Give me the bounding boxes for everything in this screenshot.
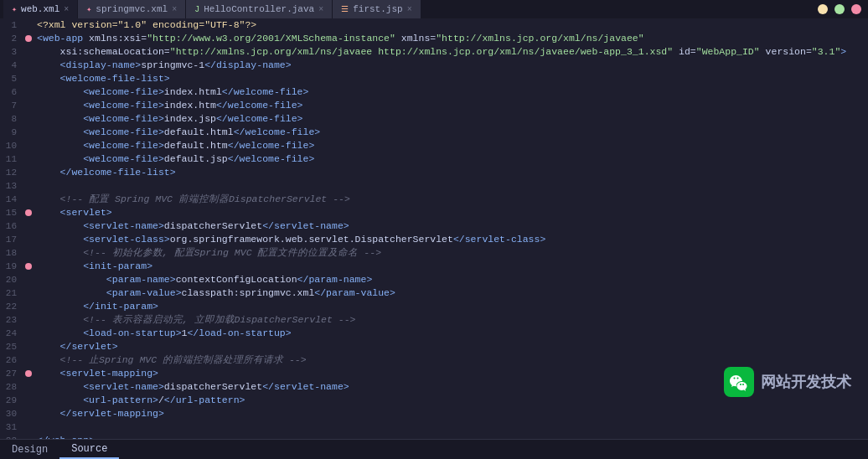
- gutter-11: [23, 152, 34, 166]
- code-line-wrapper-11: <welcome-file>default.jsp</welcome-file>: [23, 152, 868, 166]
- code-line-wrapper-6: <welcome-file>index.html</welcome-file>: [23, 85, 868, 99]
- gutter-22: [23, 300, 34, 313]
- code-line-21: <param-value>classpath:springmvc.xml</pa…: [34, 286, 395, 300]
- line-number-1: 1: [3, 18, 17, 32]
- status-tab-design[interactable]: Design: [0, 440, 59, 459]
- code-line-30: </servlet-mapping>: [34, 407, 164, 420]
- gutter-24: [23, 327, 34, 340]
- breakpoint-2: [25, 35, 32, 42]
- watermark: 网站开发技术: [724, 367, 851, 397]
- xml-icon: ✦: [12, 4, 17, 14]
- tab-web-xml[interactable]: ✦web.xml×: [3, 0, 78, 18]
- line-number-29: 29: [3, 394, 17, 407]
- code-line-17: <servlet-class>org.springframework.web.s…: [34, 233, 545, 246]
- code-line-wrapper-8: <welcome-file>index.jsp</welcome-file>: [23, 112, 868, 126]
- gutter-25: [23, 340, 34, 353]
- breakpoint-15: [25, 209, 32, 216]
- code-line-wrapper-9: <welcome-file>default.html</welcome-file…: [23, 126, 868, 139]
- code-line-wrapper-3: xsi:schemaLocation="http://xmlns.jcp.org…: [23, 45, 868, 59]
- line-number-2: 2: [3, 32, 17, 45]
- gutter-10: [23, 139, 34, 152]
- title-bar: ✦web.xml×✦springmvc.xml×JHelloController…: [0, 0, 868, 18]
- gutter-31: [23, 420, 34, 434]
- code-line-9: <welcome-file>default.html</welcome-file…: [34, 126, 320, 139]
- code-line-28: <servlet-name>dispatcherServlet</servlet…: [34, 380, 349, 394]
- line-number-15: 15: [3, 206, 17, 219]
- code-line-wrapper-20: <param-name>contextConfigLocation</param…: [23, 273, 868, 286]
- line-number-7: 7: [3, 99, 17, 112]
- code-line-wrapper-19: <init-param>: [23, 260, 868, 273]
- tab-label: web.xml: [21, 4, 59, 14]
- gutter-32: [23, 434, 34, 439]
- gutter-12: [23, 166, 34, 179]
- line-number-20: 20: [3, 273, 17, 286]
- gutter-18: [23, 246, 34, 260]
- code-line-7: <welcome-file>index.htm</welcome-file>: [34, 99, 303, 112]
- tab-label: first.jsp: [353, 4, 402, 14]
- tab-label: springmvc.xml: [96, 4, 168, 14]
- line-number-30: 30: [3, 407, 17, 420]
- code-line-2: <web-app xmlns:xsi="http://www.w3.org/20…: [34, 32, 644, 45]
- code-line-wrapper-16: <servlet-name>dispatcherServlet</servlet…: [23, 219, 868, 233]
- gutter-30: [23, 407, 34, 420]
- code-line-wrapper-14: <!-- 配置 Spring MVC 前端控制器DispatcherServle…: [23, 193, 868, 206]
- window-controls: [818, 4, 861, 14]
- code-line-29: <url-pattern>/</url-pattern>: [34, 394, 245, 407]
- gutter-23: [23, 313, 34, 327]
- gutter-26: [23, 353, 34, 367]
- maximize-button[interactable]: [834, 4, 845, 14]
- code-line-wrapper-22: </init-param>: [23, 300, 868, 313]
- code-line-27: <servlet-mapping>: [34, 367, 158, 380]
- code-line-wrapper-7: <welcome-file>index.htm</welcome-file>: [23, 99, 868, 112]
- code-line-wrapper-1: <?xml version="1.0" encoding="UTF-8"?>: [23, 18, 868, 32]
- code-line-32: </web-app>: [34, 434, 95, 439]
- code-line-wrapper-21: <param-value>classpath:springmvc.xml</pa…: [23, 286, 868, 300]
- line-number-13: 13: [3, 179, 17, 193]
- watermark-text: 网站开发技术: [761, 372, 851, 392]
- code-line-31: [34, 420, 43, 434]
- close-button[interactable]: [851, 4, 861, 14]
- gutter-29: [23, 394, 34, 407]
- tab-hello-controller[interactable]: JHelloController.java×: [186, 0, 333, 18]
- line-number-4: 4: [3, 59, 17, 72]
- line-number-12: 12: [3, 166, 17, 179]
- tab-close-icon[interactable]: ×: [318, 5, 323, 14]
- tab-close-icon[interactable]: ×: [172, 5, 177, 14]
- line-number-14: 14: [3, 193, 17, 206]
- tab-first-jsp[interactable]: ☰first.jsp×: [333, 0, 421, 18]
- gutter-20: [23, 273, 34, 286]
- line-number-31: 31: [3, 420, 17, 434]
- minimize-button[interactable]: [818, 4, 828, 14]
- tab-springmvc-xml[interactable]: ✦springmvc.xml×: [78, 0, 186, 18]
- tab-bar: ✦web.xml×✦springmvc.xml×JHelloController…: [3, 0, 421, 18]
- code-line-4: <display-name>springmvc-1</display-name>: [34, 59, 292, 72]
- code-line-24: <load-on-startup>1</load-on-startup>: [34, 327, 292, 340]
- code-line-5: <welcome-file-list>: [34, 72, 170, 85]
- code-line-wrapper-25: </servlet>: [23, 340, 868, 353]
- line-number-17: 17: [3, 233, 17, 246]
- line-number-25: 25: [3, 340, 17, 353]
- code-line-wrapper-12: </welcome-file-list>: [23, 166, 868, 179]
- gutter-16: [23, 219, 34, 233]
- tab-close-icon[interactable]: ×: [64, 5, 69, 14]
- code-line-wrapper-30: </servlet-mapping>: [23, 407, 868, 420]
- line-number-9: 9: [3, 126, 17, 139]
- gutter-13: [23, 179, 34, 193]
- code-line-13: [34, 179, 43, 193]
- line-number-23: 23: [3, 313, 17, 327]
- code-line-19: <init-param>: [34, 260, 152, 273]
- line-number-6: 6: [3, 85, 17, 99]
- line-number-11: 11: [3, 152, 17, 166]
- code-line-wrapper-5: <welcome-file-list>: [23, 72, 868, 85]
- status-tab-source[interactable]: Source: [59, 440, 119, 459]
- line-number-21: 21: [3, 286, 17, 300]
- java-icon: J: [194, 5, 199, 14]
- tab-close-icon[interactable]: ×: [407, 5, 412, 14]
- code-line-wrapper-32: </web-app>: [23, 434, 868, 439]
- code-line-wrapper-26: <!-- 止Spring MVC 的前端控制器处理所有请求 -->: [23, 353, 868, 367]
- gutter-6: [23, 85, 34, 99]
- gutter-14: [23, 193, 34, 206]
- gutter-7: [23, 99, 34, 112]
- status-bar: DesignSource: [0, 439, 868, 459]
- line-number-3: 3: [3, 45, 17, 59]
